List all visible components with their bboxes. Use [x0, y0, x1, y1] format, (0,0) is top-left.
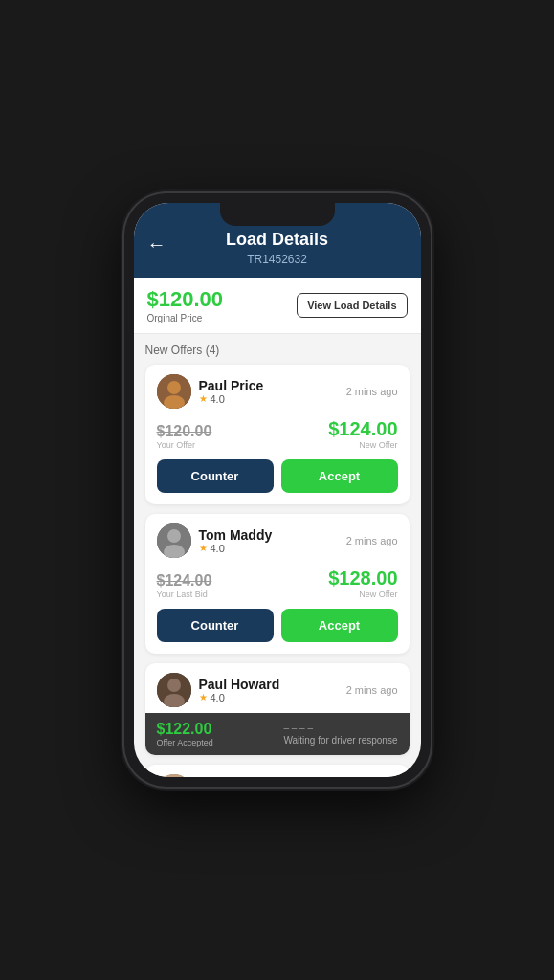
driver-rating-paul-price: ★ 4.0	[199, 393, 264, 405]
waiting-offer-amount: $122.00	[157, 721, 213, 738]
waiting-dots: – – – –	[283, 723, 397, 733]
time-ago-paul-howard: 2 mins ago	[346, 684, 398, 696]
avatar-paul-price	[157, 374, 191, 409]
driver-info-paul-price: Paul Price ★ 4.0	[157, 374, 264, 409]
accept-button-tom-maddy[interactable]: Accept	[281, 609, 398, 642]
driver-info-tom-maddy: Tom Maddy ★ 4.0	[157, 523, 273, 558]
your-offer-tom-maddy: $124.00 Your Last Bid	[157, 572, 212, 599]
action-buttons-paul-price: Counter Accept	[145, 459, 410, 504]
time-ago-paul-price: 2 mins ago	[346, 386, 398, 397]
waiting-text-container: – – – – Waiting for driver response	[283, 723, 397, 746]
driver-name-tom-maddy: Tom Maddy	[199, 527, 273, 543]
svg-rect-9	[157, 774, 191, 777]
star-icon: ★	[199, 393, 208, 404]
new-offer-paul-price: $124.00 New Offer	[328, 418, 397, 450]
your-offer-label-paul-price: Your Offer	[157, 440, 212, 450]
phone-notch	[220, 203, 335, 226]
phone-shell: ← Load Details TR1452632 $120.00 Orginal…	[124, 193, 431, 787]
prices-row-tom-maddy: $124.00 Your Last Bid $128.00 New Offer	[145, 564, 410, 609]
phone-screen: ← Load Details TR1452632 $120.00 Orginal…	[134, 203, 421, 777]
offer-card-paul-price: Paul Price ★ 4.0 2 mins ago $120.00 Your…	[145, 365, 410, 504]
original-price: $120.00 Orginal Price	[147, 287, 224, 323]
star-icon: ★	[199, 692, 208, 702]
driver-info-paul-howard: Paul Howard ★ 4.0	[157, 673, 280, 707]
waiting-offer-label: Offer Accepted	[157, 738, 213, 747]
offer-header-russell-crawford: Russell Crawford ★ 3.0 2 mins ago	[145, 765, 410, 777]
your-offer-paul-price: $120.00 Your Offer	[157, 423, 212, 450]
offer-card-tom-maddy: Tom Maddy ★ 4.0 2 mins ago $124.00 Your …	[145, 514, 410, 654]
back-button[interactable]: ←	[147, 225, 166, 255]
driver-info-russell-crawford: Russell Crawford ★ 3.0	[157, 774, 309, 777]
new-offer-label-tom-maddy: New Offer	[359, 590, 397, 599]
offers-title: New Offers (4)	[145, 344, 410, 357]
svg-point-4	[167, 529, 181, 543]
waiting-offer-info: $122.00 Offer Accepted	[157, 721, 213, 747]
prices-row-paul-price: $120.00 Your Offer $124.00 New Offer	[145, 414, 410, 459]
driver-name-rating-tom-maddy: Tom Maddy ★ 4.0	[199, 527, 273, 554]
driver-name-rating-paul-price: Paul Price ★ 4.0	[199, 378, 264, 405]
svg-point-7	[167, 679, 181, 692]
time-ago-tom-maddy: 2 mins ago	[346, 535, 398, 546]
offer-card-paul-howard: Paul Howard ★ 4.0 2 mins ago $122.00 Off…	[145, 663, 410, 755]
avatar-tom-maddy	[157, 523, 191, 558]
page-title: Load Details	[149, 230, 406, 251]
new-offer-label-paul-price: New Offer	[359, 440, 397, 450]
svg-point-1	[167, 381, 181, 394]
avatar-paul-howard	[157, 673, 191, 707]
offer-header-paul-price: Paul Price ★ 4.0 2 mins ago	[145, 365, 410, 414]
counter-button-tom-maddy[interactable]: Counter	[157, 609, 274, 642]
waiting-status: $122.00 Offer Accepted – – – – Waiting f…	[145, 713, 410, 755]
offer-card-russell-crawford: Russell Crawford ★ 3.0 2 mins ago $129.0…	[145, 765, 410, 777]
offers-section: New Offers (4) Paul Price	[134, 334, 421, 777]
new-offer-amount-paul-price: $124.00	[328, 418, 397, 440]
price-amount: $120.00	[147, 287, 224, 312]
load-id: TR1452632	[149, 253, 406, 266]
driver-name-paul-price: Paul Price	[199, 378, 264, 393]
your-offer-amount-paul-price: $120.00	[157, 423, 212, 440]
driver-rating-paul-howard: ★ 4.0	[199, 692, 280, 703]
driver-name-paul-howard: Paul Howard	[199, 677, 280, 692]
counter-button-paul-price[interactable]: Counter	[157, 459, 274, 493]
your-offer-label-tom-maddy: Your Last Bid	[157, 590, 212, 599]
new-offer-tom-maddy: $128.00 New Offer	[328, 568, 397, 599]
driver-name-rating-paul-howard: Paul Howard ★ 4.0	[199, 677, 280, 703]
offer-header-tom-maddy: Tom Maddy ★ 4.0 2 mins ago	[145, 514, 410, 564]
your-offer-amount-tom-maddy: $124.00	[157, 572, 212, 590]
new-offer-amount-tom-maddy: $128.00	[328, 568, 397, 590]
star-icon: ★	[199, 543, 208, 553]
view-details-button[interactable]: View Load Details	[297, 293, 407, 318]
waiting-text: Waiting for driver response	[283, 735, 397, 746]
action-buttons-tom-maddy: Counter Accept	[145, 609, 410, 654]
price-bar: $120.00 Orginal Price View Load Details	[134, 278, 421, 334]
offer-header-paul-howard: Paul Howard ★ 4.0 2 mins ago	[145, 663, 410, 713]
price-label: Orginal Price	[147, 313, 224, 323]
avatar-russell-crawford	[157, 774, 191, 777]
driver-rating-tom-maddy: ★ 4.0	[199, 543, 273, 554]
accept-button-paul-price[interactable]: Accept	[281, 459, 398, 493]
